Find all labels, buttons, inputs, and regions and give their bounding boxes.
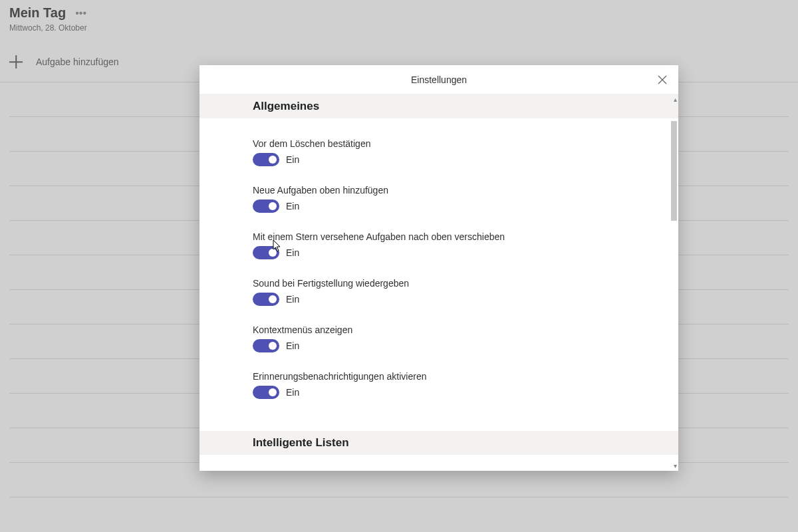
toggle-state: Ein	[286, 387, 299, 398]
toggle-state: Ein	[286, 294, 299, 305]
toggle-starred-top[interactable]	[253, 246, 279, 259]
setting-confirm-delete: Vor dem Löschen bestätigen Ein	[253, 138, 625, 166]
setting-completion-sound: Sound bei Fertigstellung wiedergeben Ein	[253, 278, 625, 306]
toggle-completion-sound[interactable]	[253, 293, 279, 306]
scroll-up-icon[interactable]: ▴	[674, 96, 677, 103]
setting-label: Neue Aufgaben oben hinzufügen	[253, 185, 625, 196]
section-header-general: Allgemeines	[200, 94, 678, 118]
setting-context-menus: Kontextmenüs anzeigen Ein	[253, 325, 625, 352]
setting-add-top: Neue Aufgaben oben hinzufügen Ein	[253, 185, 625, 213]
toggle-context-menus[interactable]	[253, 339, 279, 352]
toggle-state: Ein	[286, 340, 299, 351]
setting-label: Erinnerungsbenachrichtigungen aktivieren	[253, 371, 625, 382]
setting-starred-top: Mit einem Stern versehene Aufgaben nach …	[253, 231, 625, 259]
setting-label: Vor dem Löschen bestätigen	[253, 138, 625, 149]
setting-label: Kontextmenüs anzeigen	[253, 325, 625, 335]
setting-label: Sound bei Fertigstellung wiedergeben	[253, 278, 625, 289]
close-button[interactable]	[652, 69, 673, 90]
setting-label: Mit einem Stern versehene Aufgaben nach …	[253, 231, 625, 242]
scroll-down-icon[interactable]: ▾	[674, 462, 677, 469]
toggle-state: Ein	[286, 154, 299, 165]
toggle-add-top[interactable]	[253, 200, 279, 213]
close-icon	[658, 75, 667, 84]
toggle-state: Ein	[286, 247, 299, 258]
toggle-reminder-notifications[interactable]	[253, 386, 279, 399]
section-header-smart-lists: Intelligente Listen	[200, 431, 678, 455]
scrollbar-thumb[interactable]	[671, 121, 677, 221]
modal-title: Einstellungen	[411, 74, 467, 85]
toggle-confirm-delete[interactable]	[253, 153, 279, 166]
setting-reminder-notifications: Erinnerungsbenachrichtigungen aktivieren…	[253, 371, 625, 399]
modal-overlay[interactable]: Einstellungen Allgemeines Vor dem Lösche…	[0, 0, 798, 532]
toggle-state: Ein	[286, 201, 299, 211]
settings-modal: Einstellungen Allgemeines Vor dem Lösche…	[200, 65, 678, 471]
